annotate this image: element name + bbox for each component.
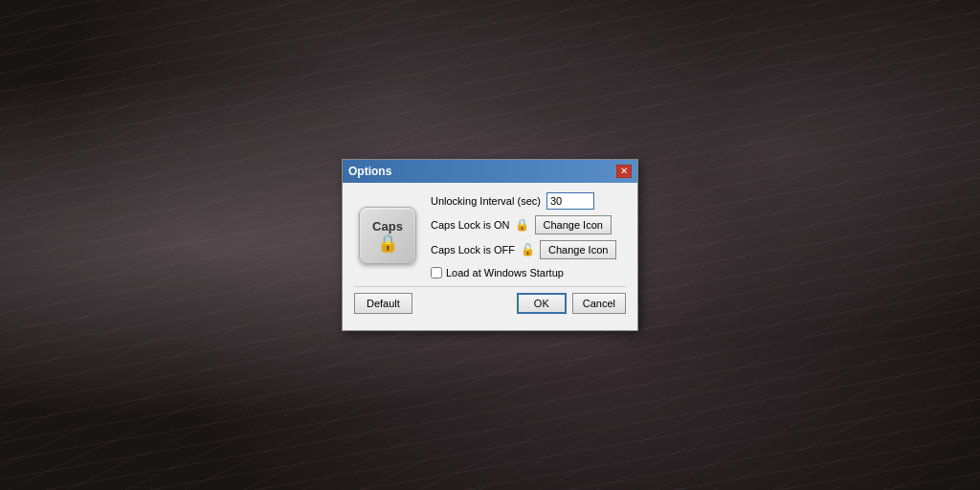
startup-row: Load at Windows Startup [431,267,626,278]
caps-lock-off-label: Caps Lock is OFF [431,244,515,256]
unlocking-interval-row: Unlocking Interval (sec) [431,192,626,210]
lock-icon: 🔒 [377,234,398,252]
footer-right: OK Cancel [517,293,626,314]
dialog-title: Options [348,165,391,178]
default-button[interactable]: Default [354,293,412,314]
footer-left: Default [354,293,412,314]
caps-lock-on-row: Caps Lock is ON 🔒 Change Icon [431,215,626,234]
options-area: Unlocking Interval (sec) Caps Lock is ON… [431,192,626,278]
icon-area: Caps 🔒 [354,192,421,278]
dialog-body: Caps 🔒 Unlocking Interval (sec) Caps Loc… [343,183,637,286]
caps-text: Caps [372,220,403,233]
caps-lock-off-row: Caps Lock is OFF 🔓 Change Icon [431,240,626,259]
dialog-close-button[interactable]: ✕ [616,165,632,178]
dialog-footer: Default OK Cancel [343,287,637,323]
options-dialog: Options ✕ Caps 🔒 Unlocking Interval (sec… [342,159,638,331]
startup-label: Load at Windows Startup [446,267,564,278]
unlocking-interval-input[interactable] [546,192,594,210]
dialog-titlebar: Options ✕ [343,160,637,183]
caps-lock-off-icon: 🔓 [521,243,534,256]
change-icon-off-button[interactable]: Change Icon [540,240,616,259]
change-icon-on-button[interactable]: Change Icon [535,215,612,234]
startup-checkbox[interactable] [431,267,442,278]
cancel-button[interactable]: Cancel [572,293,626,314]
dialog-overlay: Options ✕ Caps 🔒 Unlocking Interval (sec… [0,0,980,490]
unlocking-interval-label: Unlocking Interval (sec) [431,195,541,207]
caps-lock-on-icon: 🔒 [516,218,529,232]
caps-icon: Caps 🔒 [359,207,416,264]
ok-button[interactable]: OK [517,293,567,314]
caps-lock-on-label: Caps Lock is ON [431,219,510,231]
